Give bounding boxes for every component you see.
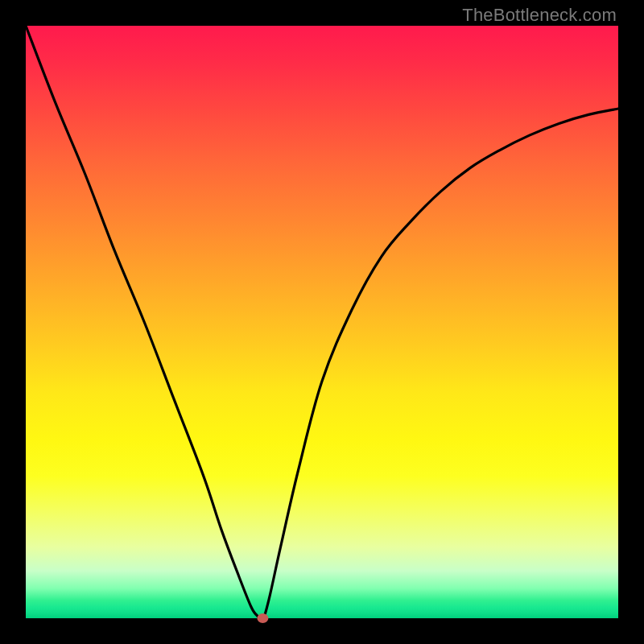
curve-svg: [26, 26, 618, 618]
plot-area: [26, 26, 618, 618]
watermark-text: TheBottleneck.com: [462, 5, 617, 26]
chart-frame: TheBottleneck.com: [0, 0, 644, 644]
bottleneck-curve: [26, 26, 618, 619]
minimum-marker: [257, 613, 268, 623]
